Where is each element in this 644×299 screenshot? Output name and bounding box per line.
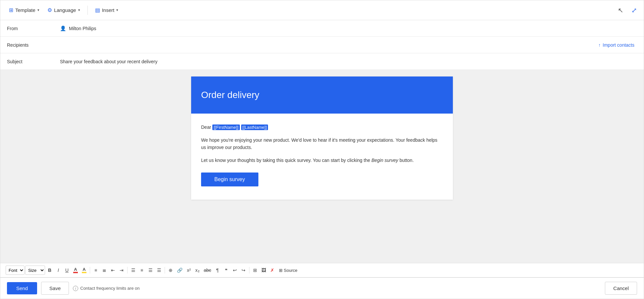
paragraph-mark-icon: ¶ — [216, 268, 219, 273]
align-right-icon: ☰ — [148, 268, 153, 273]
email-header: Order delivery — [191, 76, 453, 114]
subscript-button[interactable]: x₂ — [193, 266, 201, 274]
template-chevron-icon: ▾ — [37, 8, 39, 12]
redo-button[interactable]: ↪ — [240, 266, 247, 274]
align-center-button[interactable]: ≡ — [138, 266, 146, 274]
person-icon: 👤 — [60, 25, 66, 31]
highlight-color-button[interactable]: A — [80, 266, 88, 274]
link-icon: 🔗 — [177, 268, 183, 273]
highlight-color-icon: A — [82, 267, 86, 273]
align-left-icon: ☰ — [131, 268, 135, 273]
template-label: Template — [15, 7, 35, 13]
underline-button[interactable]: U — [63, 266, 71, 274]
recipients-label: Recipients — [7, 42, 60, 48]
fmt-sep-1 — [90, 267, 90, 274]
subject-row: Subject Share your feedback about your r… — [0, 53, 644, 70]
cursor-icon: ↖ — [618, 6, 623, 14]
cancel-button[interactable]: Cancel — [605, 282, 637, 295]
email-content: Dear [[FirstName]] [[LastName]] We hope … — [191, 114, 453, 200]
image-button[interactable]: 🖼 — [260, 266, 268, 274]
align-left-button[interactable]: ☰ — [129, 266, 137, 274]
dear-prefix: Dear — [201, 125, 211, 130]
bold-button[interactable]: B — [46, 266, 54, 274]
language-button[interactable]: ⚙ Language ▾ — [44, 5, 83, 15]
lastname-tag[interactable]: [[LastName]] — [241, 125, 268, 130]
body-p2-italic: Begin survey — [371, 158, 398, 163]
language-label: Language — [54, 7, 76, 13]
ordered-list-icon: ≣ — [102, 268, 106, 273]
block-quote-button[interactable]: ❝ — [222, 266, 230, 274]
block-quote-icon: ❝ — [225, 268, 228, 273]
email-body-area[interactable]: Order delivery Dear [[FirstName]] [[Last… — [0, 70, 644, 263]
subject-text[interactable]: Share your feedback about your recent de… — [60, 59, 157, 64]
unordered-list-icon: ≡ — [94, 268, 97, 273]
strikethrough-button[interactable]: abc — [202, 266, 213, 274]
unordered-list-button[interactable]: ≡ — [92, 266, 100, 274]
body-p2-prefix: Let us know your thoughts by taking this… — [201, 158, 371, 163]
template-icon: ⊞ — [9, 7, 13, 13]
redo-icon: ↪ — [242, 268, 245, 273]
undo-icon: ↩ — [233, 268, 237, 273]
send-button[interactable]: Send — [7, 282, 37, 294]
body-p2-suffix: button. — [400, 158, 414, 163]
from-value: 👤 Milton Philips — [60, 25, 637, 31]
expand-button[interactable]: ⤢ — [630, 5, 638, 16]
body-paragraph-2: Let us know your thoughts by taking this… — [201, 157, 443, 164]
insert-icon: ▤ — [95, 7, 100, 13]
bottom-toolbar: Send Save i Contact frequency limits are… — [0, 277, 644, 299]
template-button[interactable]: ⊞ Template ▾ — [6, 5, 43, 15]
insert-label: Insert — [102, 7, 115, 13]
subscript-icon: x₂ — [195, 268, 200, 273]
top-toolbar: ⊞ Template ▾ ⚙ Language ▾ ▤ Insert ▾ ↖ ⤢ — [0, 0, 644, 20]
outdent-button[interactable]: ⇤ — [109, 266, 117, 274]
email-card: Order delivery Dear [[FirstName]] [[Last… — [191, 76, 453, 200]
from-row: From 👤 Milton Philips — [0, 20, 644, 37]
special-char-button[interactable]: ⊕ — [167, 266, 175, 274]
superscript-icon: x² — [187, 268, 191, 273]
contact-frequency-info: i Contact frequency limits are on — [73, 286, 139, 291]
link-button[interactable]: 🔗 — [175, 266, 184, 274]
outdent-icon: ⇤ — [111, 268, 115, 273]
fmt-sep-2 — [127, 267, 128, 274]
subject-label: Subject — [7, 59, 60, 64]
justify-button[interactable]: ☰ — [155, 266, 163, 274]
from-label: From — [7, 26, 60, 31]
eraser-icon: ✗ — [270, 268, 274, 273]
italic-button[interactable]: I — [54, 266, 62, 274]
font-color-button[interactable]: A — [72, 266, 80, 274]
source-button[interactable]: ⊞ Source — [277, 267, 299, 274]
info-icon: i — [73, 286, 78, 291]
import-contacts-button[interactable]: ↑ Import contacts — [596, 41, 637, 49]
superscript-button[interactable]: x² — [185, 266, 193, 274]
size-select[interactable]: Size — [25, 266, 45, 275]
format-toolbar: Font Size B I U A A ≡ — [0, 263, 644, 277]
insert-chevron-icon: ▾ — [116, 8, 118, 12]
eraser-button[interactable]: ✗ — [268, 266, 276, 274]
email-composer: ⊞ Template ▾ ⚙ Language ▾ ▤ Insert ▾ ↖ ⤢… — [0, 0, 644, 299]
language-chevron-icon: ▾ — [78, 8, 80, 12]
font-select[interactable]: Font — [6, 266, 25, 275]
table-icon: ⊞ — [253, 268, 257, 273]
special-char-icon: ⊕ — [169, 268, 173, 273]
undo-button[interactable]: ↩ — [231, 266, 239, 274]
strikethrough-icon: abc — [204, 268, 211, 273]
bold-label: B — [48, 268, 51, 273]
save-button[interactable]: Save — [41, 282, 69, 295]
source-label: Source — [284, 268, 297, 273]
from-name: Milton Philips — [69, 26, 96, 31]
image-icon: 🖼 — [261, 268, 266, 273]
import-arrow-icon: ↑ — [598, 42, 601, 48]
body-paragraph-1: We hope you're enjoying your new product… — [201, 136, 443, 151]
align-right-button[interactable]: ☰ — [146, 266, 154, 274]
ordered-list-button[interactable]: ≣ — [100, 266, 108, 274]
firstname-tag[interactable]: [[FirstName]] — [212, 125, 240, 130]
begin-survey-button[interactable]: Begin survey — [201, 173, 258, 186]
indent-button[interactable]: ⇥ — [118, 266, 126, 274]
paragraph-mark-button[interactable]: ¶ — [214, 266, 222, 274]
import-contacts-label: Import contacts — [603, 42, 634, 48]
table-button[interactable]: ⊞ — [251, 266, 259, 274]
underline-label: U — [65, 268, 69, 273]
insert-button[interactable]: ▤ Insert ▾ — [92, 5, 122, 15]
font-color-icon: A — [73, 267, 78, 273]
italic-label: I — [58, 268, 59, 273]
